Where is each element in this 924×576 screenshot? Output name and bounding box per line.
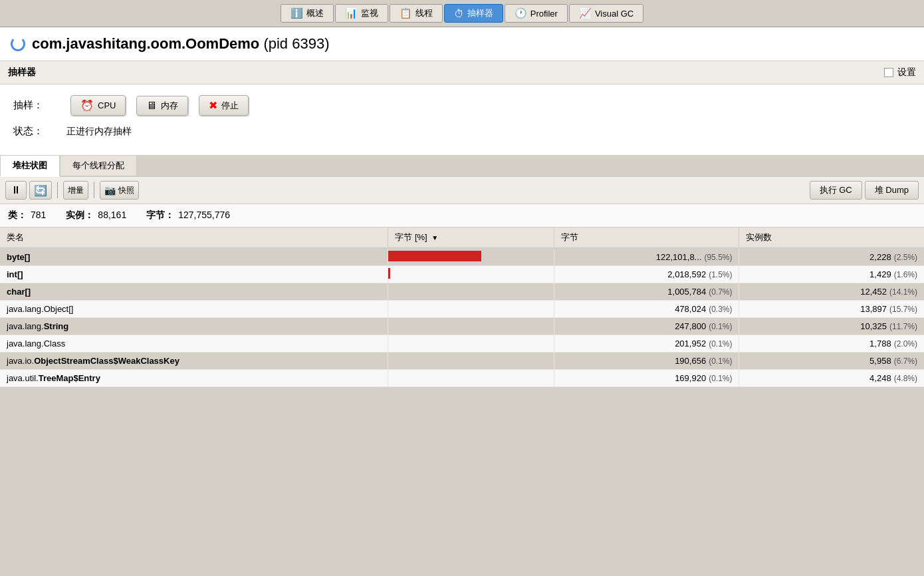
stop-label: 停止	[221, 100, 239, 112]
cell-bytes: 247,800(0.1%)	[554, 318, 739, 335]
refresh-button[interactable]: 🔄	[29, 181, 52, 200]
loading-spinner	[11, 37, 25, 51]
tab-profiler[interactable]: 🕐 Profiler	[505, 4, 568, 23]
cell-bytes-bar	[388, 370, 554, 387]
delta-button[interactable]: 增量	[63, 181, 88, 200]
cell-bytes-bar	[388, 301, 554, 318]
snapshot-button[interactable]: 📷 快照	[100, 181, 139, 200]
tab-threads-label: 线程	[415, 7, 433, 19]
tab-monitor-label: 监视	[361, 7, 378, 19]
cell-bytes: 1,005,784(0.7%)	[554, 283, 739, 301]
cell-class-name: java.util.TreeMap$Entry	[0, 370, 388, 387]
tab-visual-gc-label: Visual GC	[595, 9, 634, 19]
table-row[interactable]: java.io.ObjectStreamClass$WeakClassKey19…	[0, 353, 924, 370]
bytes-value: 127,755,776	[178, 210, 230, 221]
cell-bytes-bar	[388, 283, 554, 301]
snapshot-label: 快照	[118, 185, 134, 196]
status-row: 状态： 正进行内存抽样	[13, 125, 911, 138]
sampler-title: 抽样器	[8, 67, 36, 78]
cell-instances: 1,788(2.0%)	[739, 335, 924, 353]
pause-button[interactable]: ⏸	[5, 181, 27, 200]
cell-bytes: 190,656(0.1%)	[554, 353, 739, 370]
toolbar-divider-1	[57, 182, 58, 198]
title-area: com.javashitang.oom.OomDemo (pid 6393)	[0, 27, 924, 61]
table-row[interactable]: byte[]122,101,8...(95.5%)2,228(2.5%)	[0, 248, 924, 266]
data-table: 类名 字节 [%] ▼ 字节 实例数 byte[]122,101,8...(95…	[0, 227, 924, 387]
sub-tabs: 堆柱状图 每个线程分配	[0, 155, 924, 177]
sampler-icon: ⏱	[454, 8, 464, 19]
cell-bytes-bar	[388, 335, 554, 353]
tab-threads[interactable]: 📋 线程	[390, 4, 443, 23]
cell-class-name: char[]	[0, 283, 388, 301]
tab-visual-gc[interactable]: 📈 Visual GC	[569, 4, 643, 23]
table-row[interactable]: java.lang.Object[]478,024(0.3%)13,897(15…	[0, 301, 924, 318]
status-value: 正进行内存抽样	[66, 126, 132, 138]
table-row[interactable]: int[]2,018,592(1.5%)1,429(1.6%)	[0, 266, 924, 283]
cpu-label: CPU	[98, 100, 116, 110]
app-name: com.javashitang.oom.OomDemo	[32, 35, 259, 52]
sub-tab-heap-histogram[interactable]: 堆柱状图	[0, 155, 60, 177]
bytes-label: 字节：	[146, 210, 174, 221]
table-row[interactable]: char[]1,005,784(0.7%)12,452(14.1%)	[0, 283, 924, 301]
heap-dump-button[interactable]: 堆 Dump	[865, 181, 919, 200]
sub-tab-per-thread[interactable]: 每个线程分配	[60, 155, 137, 176]
cell-instances: 2,228(2.5%)	[739, 248, 924, 266]
memory-button[interactable]: 🖥 内存	[136, 96, 188, 116]
stop-button[interactable]: ✖ 停止	[199, 95, 249, 116]
settings-checkbox[interactable]	[884, 68, 893, 77]
refresh-icon: 🔄	[34, 184, 47, 197]
bytes-stat: 字节： 127,755,776	[146, 210, 230, 221]
header-bytes[interactable]: 字节	[554, 227, 739, 248]
settings-label: 设置	[897, 67, 916, 78]
header-instances[interactable]: 实例数	[739, 227, 924, 248]
memory-icon: 🖥	[146, 100, 157, 112]
overview-icon: ℹ️	[290, 7, 303, 19]
gc-label: 执行 GC	[820, 184, 852, 196]
cell-bytes-bar	[388, 318, 554, 335]
table-row[interactable]: java.lang.Class201,952(0.1%)1,788(2.0%)	[0, 335, 924, 353]
cell-bytes-bar	[388, 266, 554, 283]
cell-class-name: int[]	[0, 266, 388, 283]
cpu-button[interactable]: ⏰ CPU	[70, 95, 126, 116]
cell-class-name: java.lang.String	[0, 318, 388, 335]
sampler-header: 抽样器 设置	[0, 61, 924, 84]
gc-button[interactable]: 执行 GC	[810, 181, 862, 200]
table-row[interactable]: java.util.TreeMap$Entry169,920(0.1%)4,24…	[0, 370, 924, 387]
header-bytes-pct[interactable]: 字节 [%] ▼	[388, 227, 554, 248]
tab-monitor[interactable]: 📊 监视	[335, 4, 388, 23]
cell-instances: 10,325(11.7%)	[739, 318, 924, 335]
cell-instances: 4,248(4.8%)	[739, 370, 924, 387]
cell-class-name: java.lang.Object[]	[0, 301, 388, 318]
stop-icon: ✖	[209, 99, 217, 112]
table-row[interactable]: java.lang.String247,800(0.1%)10,325(11.7…	[0, 318, 924, 335]
toolbar-divider-2	[94, 182, 94, 198]
profiler-icon: 🕐	[515, 7, 527, 19]
classes-stat: 类： 781	[8, 210, 46, 221]
cell-instances: 5,958(6.7%)	[739, 353, 924, 370]
sub-tab-thread-label: 每个线程分配	[72, 160, 124, 170]
memory-label: 内存	[161, 100, 178, 112]
sub-tab-heap-label: 堆柱状图	[13, 160, 47, 170]
tab-overview-label: 概述	[306, 7, 324, 19]
pause-icon: ⏸	[11, 184, 21, 196]
instances-value: 88,161	[98, 210, 126, 221]
tab-bar: ℹ️ 概述 📊 监视 📋 线程 ⏱ 抽样器 🕐 Profiler 📈 Visua…	[0, 0, 924, 27]
cell-instances: 13,897(15.7%)	[739, 301, 924, 318]
tab-profiler-label: Profiler	[530, 9, 558, 19]
table-header-row: 类名 字节 [%] ▼ 字节 实例数	[0, 227, 924, 248]
tab-sampler[interactable]: ⏱ 抽样器	[444, 4, 503, 23]
cell-bytes-bar	[388, 353, 554, 370]
tab-overview[interactable]: ℹ️ 概述	[281, 4, 334, 23]
cell-bytes: 2,018,592(1.5%)	[554, 266, 739, 283]
sort-indicator: ▼	[431, 234, 438, 241]
instances-stat: 实例： 88,161	[66, 210, 126, 221]
header-class-name[interactable]: 类名	[0, 227, 388, 248]
status-label: 状态：	[13, 125, 60, 138]
cell-class-name: byte[]	[0, 248, 388, 266]
pid-label: (pid 6393)	[263, 35, 329, 52]
visual-gc-icon: 📈	[579, 7, 592, 19]
classes-label: 类：	[8, 210, 27, 221]
toolbar: ⏸ 🔄 增量 📷 快照 执行 GC 堆 Dump	[0, 177, 924, 204]
heap-dump-label: 堆 Dump	[875, 184, 909, 196]
cell-class-name: java.io.ObjectStreamClass$WeakClassKey	[0, 353, 388, 370]
